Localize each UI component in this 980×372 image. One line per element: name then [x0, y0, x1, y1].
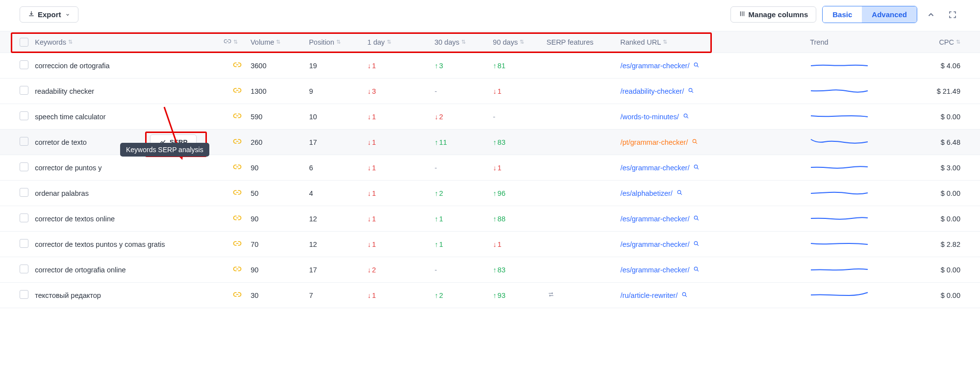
table-row: corrector de ortografia online9017↓2-↑83… [0, 257, 980, 283]
row-checkbox[interactable] [20, 86, 28, 95]
volume-cell: 90 [251, 215, 309, 223]
arrow-up-icon: ↑ [493, 138, 497, 146]
d90-cell: ↑88 [493, 215, 547, 223]
row-checkbox[interactable] [20, 290, 28, 299]
volume-cell: 1300 [251, 87, 309, 95]
search-icon[interactable] [677, 189, 683, 197]
manage-columns-label: Manage columns [749, 10, 808, 19]
svg-point-4 [695, 165, 698, 168]
col-volume-label: Volume [251, 38, 274, 46]
ranked-url-cell[interactable]: /es/grammar-checker/ [620, 215, 810, 223]
ranked-url-cell[interactable]: /es/grammar-checker/ [620, 240, 810, 248]
col-30days[interactable]: 30 days⇅ [434, 38, 493, 46]
d90-cell: ↑93 [493, 292, 547, 299]
col-volume[interactable]: Volume⇅ [251, 38, 309, 46]
keyword-cell[interactable]: corrector de textos online [35, 215, 224, 223]
search-icon[interactable] [692, 138, 698, 146]
ranked-url-cell[interactable]: /ru/article-rewriter/ [620, 292, 810, 299]
svg-point-6 [695, 216, 698, 219]
keyword-cell[interactable]: readability checker [35, 87, 224, 95]
trend-cell [810, 85, 922, 97]
sort-icon: ⇅ [233, 39, 238, 45]
d90-cell: ↓1 [493, 164, 547, 172]
trend-cell [810, 213, 922, 224]
col-serp-features[interactable]: SERP features [547, 38, 620, 46]
volume-cell: 30 [251, 292, 309, 299]
search-icon[interactable] [693, 62, 700, 70]
col-position[interactable]: Position⇅ [309, 38, 367, 46]
delta-dash: - [434, 87, 437, 95]
arrow-up-icon: ↑ [493, 266, 497, 274]
keyword-cell[interactable]: speech time calculator [35, 113, 224, 121]
ranked-url-cell[interactable]: /es/grammar-checker/ [620, 164, 810, 172]
search-icon[interactable] [693, 215, 700, 223]
delta-up: ↑1 [434, 240, 443, 248]
fullscreen-button[interactable] [945, 7, 960, 23]
d1-cell: ↓1 [368, 113, 435, 121]
keyword-cell[interactable]: correccion de ortografia [35, 62, 224, 70]
ranked-url-cell[interactable]: /pt/grammar-checker/ [620, 138, 810, 146]
ranked-url-cell[interactable]: /readability-checker/ [620, 87, 810, 95]
col-cpc[interactable]: CPC⇅ [922, 38, 960, 46]
row-checkbox[interactable] [20, 137, 28, 146]
delta-down: ↓2 [368, 266, 376, 274]
row-checkbox[interactable] [20, 60, 28, 69]
select-all-checkbox[interactable] [20, 38, 28, 47]
row-checkbox[interactable] [20, 265, 28, 273]
row-checkbox[interactable] [20, 213, 28, 222]
col-linktype: ⇅ [224, 37, 251, 47]
delta-up: ↑81 [493, 62, 505, 70]
cpc-cell: $ 4.06 [922, 62, 960, 70]
delta-down: ↓2 [434, 113, 443, 121]
d1-cell: ↓3 [368, 87, 435, 95]
manage-columns-button[interactable]: Manage columns [730, 6, 817, 23]
svg-point-3 [693, 139, 696, 143]
advanced-toggle[interactable]: Advanced [862, 6, 917, 23]
trend-cell [810, 290, 922, 301]
d1-cell: ↓2 [368, 266, 435, 274]
col-1day[interactable]: 1 day⇅ [367, 38, 434, 46]
basic-toggle[interactable]: Basic [823, 6, 862, 23]
d30-cell: ↑3 [434, 62, 493, 70]
search-icon[interactable] [693, 240, 700, 248]
ranked-url-cell[interactable]: /es/grammar-checker/ [620, 266, 810, 274]
row-checkbox[interactable] [20, 111, 28, 120]
search-icon[interactable] [681, 292, 688, 299]
arrow-down-icon: ↓ [368, 189, 371, 197]
trend-cell [810, 136, 922, 148]
col-keywords[interactable]: Keywords⇅ [35, 38, 224, 46]
col-ranked-url-label: Ranked URL [620, 38, 661, 46]
position-cell: 17 [309, 138, 367, 146]
cpc-cell: $ 0.00 [922, 292, 960, 299]
table-row: corrector de textos online9012↓1↑1↑88/es… [0, 206, 980, 232]
d1-cell: ↓1 [368, 138, 435, 146]
col-90days[interactable]: 90 days⇅ [493, 38, 546, 46]
d90-cell: ↑96 [493, 189, 547, 197]
keyword-cell[interactable]: corrector de ortografia online [35, 266, 224, 274]
col-keywords-label: Keywords [35, 38, 66, 46]
search-icon[interactable] [693, 266, 700, 274]
search-icon[interactable] [693, 164, 700, 172]
volume-cell: 260 [251, 138, 309, 146]
keyword-cell[interactable]: ordenar palabras [35, 189, 224, 197]
row-checkbox[interactable] [20, 188, 28, 197]
link-icon [224, 60, 251, 71]
ranked-url-cell[interactable]: /words-to-minutes/ [620, 113, 810, 121]
col-ranked-url[interactable]: Ranked URL⇅ [620, 38, 810, 46]
search-icon[interactable] [683, 113, 689, 121]
row-checkbox[interactable] [20, 239, 28, 248]
keyword-cell[interactable]: corrector de puntos y [35, 164, 224, 172]
keyword-cell[interactable]: текстовый редактор [35, 292, 224, 299]
ranked-url-cell[interactable]: /es/grammar-checker/ [620, 62, 810, 70]
export-button[interactable]: Export [20, 6, 78, 23]
keyword-cell[interactable]: corrector de textos puntos y comas grati… [35, 240, 224, 248]
collapse-button[interactable] [923, 7, 939, 23]
row-checkbox[interactable] [20, 162, 28, 171]
table-row: corrector de puntos y906↓1-↓1/es/grammar… [0, 155, 980, 181]
serp-tooltip: Keywords SERP analysis [120, 143, 209, 157]
ranked-url-cell[interactable]: /es/alphabetizer/ [620, 189, 810, 197]
delta-down: ↓1 [368, 189, 376, 197]
search-icon[interactable] [688, 87, 694, 95]
sort-icon: ⇅ [336, 39, 341, 45]
d90-cell: - [493, 113, 547, 121]
